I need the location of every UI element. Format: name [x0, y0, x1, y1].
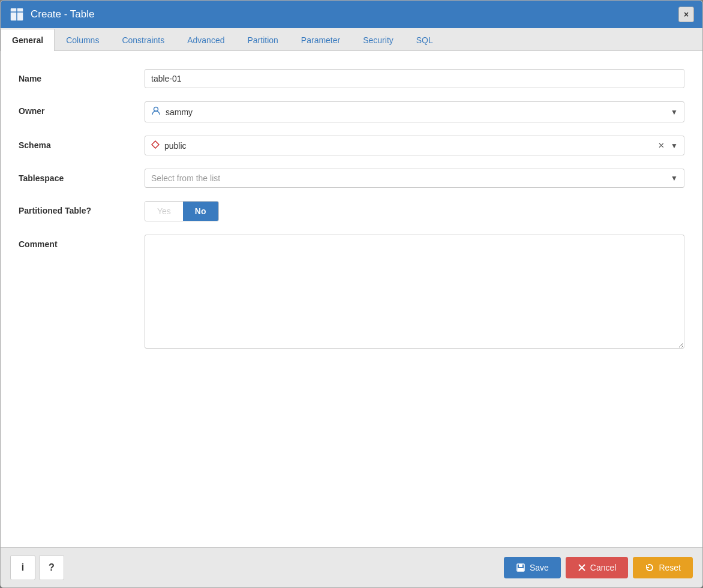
tablespace-dropdown-arrow: ▼	[671, 174, 678, 182]
schema-dropdown-arrow: ▼	[671, 142, 678, 150]
schema-value: public	[164, 141, 652, 151]
name-control-wrap	[145, 69, 684, 88]
cancel-icon	[578, 563, 586, 572]
svg-rect-7	[518, 568, 524, 571]
tab-sql[interactable]: SQL	[405, 29, 444, 51]
svg-rect-6	[519, 564, 522, 567]
close-button[interactable]: ×	[678, 7, 694, 22]
cancel-label: Cancel	[590, 563, 617, 572]
save-button[interactable]: Save	[504, 557, 561, 578]
tablespace-placeholder: Select from the list	[151, 173, 671, 183]
partitioned-control-wrap: Yes No	[145, 201, 684, 221]
reset-button[interactable]: Reset	[633, 557, 693, 578]
footer-left-buttons: i ?	[10, 555, 64, 580]
user-icon	[151, 106, 161, 118]
comment-row: Comment	[19, 235, 684, 350]
footer: i ? Save Cancel	[1, 547, 702, 587]
reset-icon	[645, 563, 654, 572]
tablespace-select[interactable]: Select from the list ▼	[145, 169, 684, 188]
title-bar: Create - Table ×	[1, 1, 702, 28]
tablespace-control-wrap: Select from the list ▼	[145, 169, 684, 188]
name-row: Name	[19, 69, 684, 88]
info-button[interactable]: i	[10, 555, 35, 580]
comment-label: Comment	[19, 235, 145, 249]
cancel-button[interactable]: Cancel	[566, 557, 629, 578]
title-bar-left: Create - Table	[9, 7, 94, 22]
dialog-title: Create - Table	[31, 8, 94, 20]
tab-constraints[interactable]: Constraints	[110, 29, 176, 51]
owner-row: Owner sammy ▼	[19, 101, 684, 122]
tab-advanced[interactable]: Advanced	[176, 29, 236, 51]
owner-control-wrap: sammy ▼	[145, 101, 684, 122]
save-icon	[516, 563, 525, 572]
form-content: Name Owner sammy ▼	[1, 51, 702, 547]
toggle-no-button[interactable]: No	[183, 202, 218, 221]
schema-control-wrap: public ✕ ▼	[145, 136, 684, 155]
schema-row: Schema public ✕ ▼	[19, 136, 684, 155]
schema-select[interactable]: public ✕ ▼	[145, 136, 684, 155]
schema-clear-button[interactable]: ✕	[657, 141, 666, 150]
schema-label: Schema	[19, 136, 145, 150]
tabs-container: General Columns Constraints Advanced Par…	[1, 28, 702, 51]
help-button[interactable]: ?	[39, 555, 64, 580]
owner-dropdown-arrow: ▼	[671, 108, 678, 116]
tab-general[interactable]: General	[1, 29, 55, 51]
reset-label: Reset	[659, 563, 681, 572]
table-icon	[9, 7, 25, 22]
partitioned-row: Partitioned Table? Yes No	[19, 201, 684, 221]
schema-icon	[151, 140, 160, 151]
owner-value: sammy	[166, 107, 666, 117]
tablespace-row: Tablespace Select from the list ▼	[19, 169, 684, 188]
tab-parameter[interactable]: Parameter	[290, 29, 352, 51]
owner-select[interactable]: sammy ▼	[145, 101, 684, 122]
tab-columns[interactable]: Columns	[55, 29, 110, 51]
name-input[interactable]	[145, 69, 684, 88]
save-label: Save	[530, 563, 549, 572]
tab-security[interactable]: Security	[352, 29, 405, 51]
comment-textarea[interactable]	[145, 235, 684, 349]
footer-right-buttons: Save Cancel Reset	[504, 557, 693, 578]
tab-partition[interactable]: Partition	[236, 29, 289, 51]
partitioned-toggle: Yes No	[145, 201, 219, 221]
partitioned-label: Partitioned Table?	[19, 201, 145, 215]
comment-control-wrap	[145, 235, 684, 350]
name-label: Name	[19, 69, 145, 83]
tablespace-label: Tablespace	[19, 169, 145, 183]
owner-label: Owner	[19, 101, 145, 116]
toggle-yes-button[interactable]: Yes	[145, 202, 183, 221]
create-table-dialog: Create - Table × General Columns Constra…	[0, 0, 703, 588]
